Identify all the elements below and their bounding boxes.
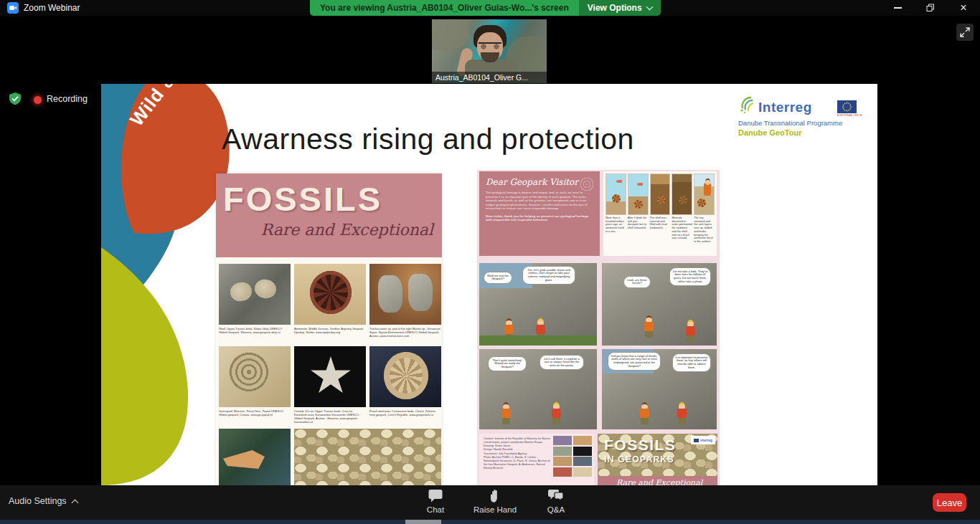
qa-button[interactable]: Q&A	[531, 489, 581, 514]
participant-glasses	[479, 42, 501, 50]
cartoon-boy	[644, 315, 655, 338]
interreg-programme: Danube Transnational Programme	[738, 119, 871, 127]
fossils-poster-subtitle: Rare and Exceptional	[261, 221, 433, 239]
taskbar-strip	[0, 520, 980, 524]
fossil-caption: Ammonite, Middle Jurassic, Greben; Aspir…	[294, 327, 366, 334]
dear-visitor-panel: Dear Geopark Visitor The geological heri…	[479, 171, 600, 256]
fossilization-step: The sea retreated and the rock layers ro…	[694, 173, 715, 254]
speech-bubble: Shall we visit the Geopark?	[484, 272, 512, 284]
ammonite	[634, 200, 643, 209]
camera-icon	[9, 6, 14, 10]
visitor-panel-title: Dear Geopark Visitor	[486, 177, 593, 187]
shared-screen-slide: Wild & Sanft Awarness rising and protect…	[101, 84, 877, 485]
speech-bubble: It is important to preserve them, so tha…	[672, 353, 711, 372]
title-bar: Zoom Webinar You are viewing Austria_AB0…	[0, 0, 980, 16]
close-icon: ×	[960, 2, 966, 14]
recording-label: Recording	[47, 94, 88, 104]
visitor-paragraph: Dear visitor, thank you for helping us p…	[486, 214, 593, 222]
cartoon-boy	[504, 318, 515, 341]
step-illustration	[650, 173, 671, 215]
visitor-paragraph: The geological heritage is diverse and u…	[486, 191, 593, 211]
qa-icon	[547, 489, 565, 503]
fossilization-step: More than a hundred million years ago, a…	[606, 173, 626, 254]
geopark-poster: Dear Geopark Visitor The geological heri…	[477, 170, 720, 485]
step-illustration	[694, 173, 715, 215]
participant-video-thumbnail[interactable]: Austria_AB0104_Oliver G...	[432, 19, 547, 83]
view-options-button[interactable]: View Options	[579, 0, 661, 16]
ammonite-outline-icon	[580, 177, 594, 191]
zoom-app-icon	[7, 2, 19, 14]
restore-button[interactable]	[914, 0, 947, 16]
raise-hand-label: Raise Hand	[473, 505, 517, 514]
audio-settings-label: Audio Settings	[9, 496, 67, 506]
thumb-fossil	[573, 436, 592, 445]
interreg-chip: interreg	[691, 436, 715, 444]
fossils-poster: FOSSILS Rare and Exceptional Shell, Uppe…	[216, 173, 442, 485]
window-title: Zoom Webinar	[24, 3, 80, 13]
cover-title: FOSSILS	[604, 437, 676, 454]
view-options-label: View Options	[588, 3, 642, 13]
step-caption: The shell was covered and filled with mu…	[650, 216, 671, 230]
chat-button[interactable]: Chat	[410, 489, 461, 514]
chevron-down-icon	[646, 4, 653, 11]
interreg-chip-label: interreg	[700, 439, 712, 442]
slide-title: Awarness rising and protection	[222, 123, 634, 156]
speech-bubble: Let's call them, it could be a rare or u…	[540, 355, 584, 370]
shell-fossil	[229, 280, 254, 303]
fossil-caption: Fossil ammonite, Cretaceous beds, Chrast…	[369, 409, 441, 416]
credit-line: Content: Institute of the Republic of Sl…	[484, 437, 552, 444]
caret-up-icon	[71, 499, 78, 506]
expand-arrows-icon	[960, 27, 970, 37]
minimize-icon	[894, 7, 902, 8]
credit-line: Photo: Archive PGMC, C. Banda, S. Leitne…	[484, 456, 552, 471]
speech-bubble: That's quite something! Should we notify…	[488, 356, 527, 371]
interreg-logo-block: Interreg EUROPEAN UNION Danube Transnati…	[738, 94, 871, 137]
camera-lens-icon	[14, 6, 17, 9]
star-fossil	[310, 356, 352, 396]
cover-script-band: Rare and Exceptional	[598, 476, 717, 485]
share-banner-text: You are viewing Austria_AB0104_Oliver Gu…	[310, 0, 579, 16]
comic-panel-b: Look, are these fossils? Let me take a l…	[602, 263, 717, 346]
thumb-spiral	[553, 447, 572, 456]
cartoon-boy	[639, 402, 651, 425]
security-shield-icon[interactable]	[8, 92, 22, 106]
video-background	[432, 19, 469, 50]
raise-hand-button[interactable]: Raise Hand	[470, 489, 520, 514]
interreg-swirl-icon	[738, 94, 760, 115]
cartoon-girl	[535, 318, 547, 341]
fossilization-strip: More than a hundred million years ago, a…	[603, 171, 717, 256]
zoom-webinar-window: Zoom Webinar You are viewing Austria_AB0…	[0, 0, 980, 524]
fossil-photo-ammonite-red	[294, 264, 366, 325]
fossilization-step: Minerals dissolved in water permeated th…	[672, 173, 692, 254]
eu-flag-icon	[837, 100, 857, 113]
credits-panel: Content: Institute of the Republic of Sl…	[479, 434, 594, 485]
thumb-shells	[573, 467, 592, 477]
rock-half	[408, 274, 433, 311]
recording-dot-icon	[34, 96, 42, 104]
fossils-in-geoparks-cover: interreg FOSSILS IN GEOPARKS Rare and Ex…	[598, 434, 717, 485]
chat-icon	[428, 489, 443, 503]
raise-hand-icon	[488, 489, 502, 503]
ammonite-fossil	[384, 352, 428, 399]
leave-button[interactable]: Leave	[933, 493, 966, 512]
expand-fullscreen-button[interactable]	[956, 24, 974, 41]
fossil-photo-hands	[369, 264, 441, 325]
fossil-caption: Shell, Upper Triassic beds, Kolpa; Idrij…	[219, 327, 291, 334]
chat-label: Chat	[427, 505, 444, 514]
fossil-photo-shells	[219, 264, 291, 325]
spiral-fossil	[229, 352, 269, 392]
audio-settings-button[interactable]: Audio Settings	[9, 496, 77, 506]
interreg-brand: Interreg	[758, 100, 812, 115]
fossils-poster-header: FOSSILS Rare and Exceptional	[216, 173, 442, 257]
fossil-caption: Crinoid, 3,5 cm, Upper Triassic beds, Cr…	[294, 409, 366, 424]
step-caption: Minerals dissolved in water permeated th…	[672, 216, 692, 240]
speech-bubble: Did you know that a range of fossils, so…	[608, 352, 661, 371]
comic-panel-a: Shall we visit the Geopark? Yes, let's g…	[479, 263, 597, 346]
step-caption: The sea retreated and the rock layers ro…	[694, 216, 715, 244]
comic-panel-d: Did you know that a range of fossils, so…	[602, 349, 717, 429]
ammonite	[657, 196, 666, 204]
close-button[interactable]: ×	[947, 0, 980, 16]
cartoon-girl	[551, 402, 562, 425]
minimize-button[interactable]	[881, 0, 914, 16]
speech-bubble: Yes, let's grab suitable shoes and cloth…	[522, 266, 575, 285]
